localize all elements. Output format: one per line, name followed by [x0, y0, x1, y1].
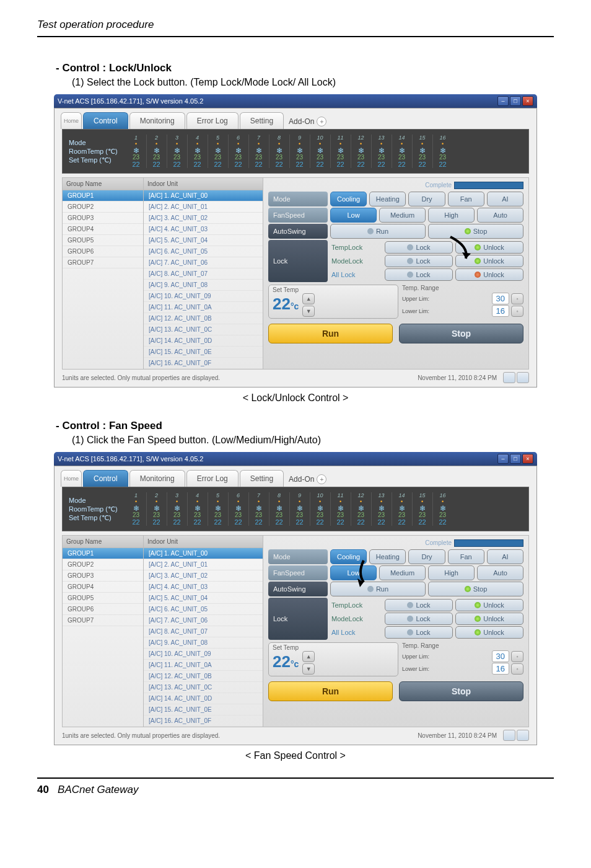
status-icon-1[interactable]	[503, 730, 515, 741]
status-icon-1[interactable]	[503, 372, 515, 383]
screenshot-lock: V-net ACS [165.186.42.171], S/W version …	[54, 94, 537, 388]
arrow-fan-icon	[54, 452, 537, 712]
page-header: Test operation procedure	[37, 19, 554, 37]
unit-item[interactable]: [A/C] 16. AC_UNIT_0F	[144, 358, 263, 369]
status-left: 1units are selected. Only mutual propert…	[62, 732, 220, 739]
section2-sub: (1) Click the Fan Speed button. (Low/Med…	[72, 435, 554, 446]
section2-title: - Control : Fan Speed	[56, 420, 554, 432]
section1-sub: (1) Select the Lock button. (Temp Lock/M…	[72, 77, 554, 88]
status-bar: 1units are selected. Only mutual propert…	[62, 372, 529, 383]
caption-1: < Lock/Unlock Control >	[37, 392, 554, 404]
caption-2: < Fan Speed Control >	[37, 750, 554, 761]
book-name: BACnet Gateway	[58, 784, 138, 795]
page-footer: 40 BACnet Gateway	[37, 777, 554, 796]
page-number: 40	[37, 784, 49, 795]
status-time: November 11, 2010 8:24 PM	[418, 732, 497, 739]
status-icon-2[interactable]	[517, 730, 529, 741]
status-icon-2[interactable]	[517, 372, 529, 383]
status-bar: 1units are selected. Only mutual propert…	[62, 730, 529, 741]
status-left: 1units are selected. Only mutual propert…	[62, 374, 220, 381]
section1-title: - Control : Lock/Unlock	[56, 62, 554, 74]
arrow-lock-icon	[54, 94, 537, 355]
status-time: November 11, 2010 8:24 PM	[418, 374, 497, 381]
screenshot-fan: V-net ACS [165.186.42.171], S/W version …	[54, 452, 537, 745]
unit-item[interactable]: [A/C] 16. AC_UNIT_0F	[144, 715, 263, 727]
